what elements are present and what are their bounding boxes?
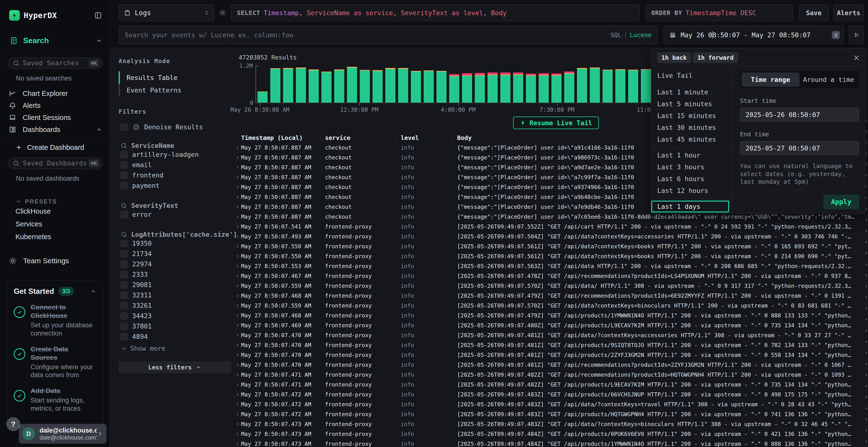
chevron-up-icon[interactable]	[90, 288, 97, 295]
filter-value-4894[interactable]: 4894	[119, 332, 231, 342]
get-started-step[interactable]: Add Data Start sending logs, metrics, or…	[14, 386, 97, 413]
filter-value-29081[interactable]: 29081	[119, 280, 231, 290]
events-histogram[interactable]	[256, 66, 653, 103]
row-expand-icon[interactable]	[231, 264, 241, 269]
histogram-bar[interactable]	[321, 72, 332, 103]
row-expand-icon[interactable]	[231, 342, 241, 348]
row-expand-icon[interactable]	[231, 145, 241, 150]
checkbox[interactable]	[121, 261, 128, 268]
time-preset-last-1-minute[interactable]: Last 1 minute	[651, 86, 733, 98]
histogram-bar[interactable]	[526, 74, 536, 103]
preset-kubernetes[interactable]: Kubernetes	[0, 231, 110, 243]
table-row[interactable]: May 27 8:50:07.553 AMfrontend-proxyinfo[…	[231, 261, 868, 271]
row-expand-icon[interactable]	[231, 402, 241, 407]
filter-value-21734[interactable]: 21734	[119, 248, 231, 259]
row-expand-icon[interactable]	[231, 204, 241, 209]
filter-value-37801[interactable]: 37801	[119, 321, 231, 332]
row-expand-icon[interactable]	[231, 253, 241, 259]
tab-time-range[interactable]: Time range	[741, 72, 800, 87]
preset-services[interactable]: Services	[0, 218, 110, 231]
histogram-bar[interactable]	[347, 67, 357, 103]
checkbox[interactable]	[121, 323, 128, 330]
histogram-bar[interactable]	[424, 70, 434, 103]
chevron-up-icon[interactable]	[96, 127, 102, 133]
filter-value-22974[interactable]: 22974	[119, 259, 231, 269]
table-row[interactable]: May 27 8:50:07.493 AMfrontend-proxyinfo[…	[231, 232, 868, 241]
row-expand-icon[interactable]	[231, 175, 241, 180]
checkbox[interactable]	[121, 182, 128, 189]
row-expand-icon[interactable]	[231, 333, 241, 338]
table-row[interactable]: May 27 8:50:07.470 AMfrontend-proxyinfo[…	[231, 350, 868, 360]
checkbox[interactable]	[121, 151, 128, 158]
time-preset-live-tail[interactable]: Live Tail	[651, 69, 733, 82]
mode-lucene-toggle[interactable]: Lucene	[630, 32, 651, 38]
mode-sql-toggle[interactable]: SQL	[611, 32, 621, 38]
start-time-input[interactable]: 2025-05-26 08:50:07	[740, 108, 859, 122]
time-preset-last-15-minutes[interactable]: Last 15 minutes	[651, 110, 733, 122]
sidebar-item-search[interactable]: Search	[10, 36, 102, 45]
lucene-search-input[interactable]: Search your events w/ Lucene ex. column:…	[119, 26, 657, 44]
table-row[interactable]: May 27 8:50:07.469 AMfrontend-proxyinfo[…	[231, 320, 868, 330]
filter-value-error[interactable]: error	[119, 209, 231, 220]
histogram-bar[interactable]	[628, 70, 638, 103]
histogram-bar[interactable]	[551, 73, 562, 103]
histogram-bar[interactable]	[615, 69, 625, 103]
table-row[interactable]: May 27 8:50:07.468 AMfrontend-proxyinfo[…	[231, 310, 868, 320]
filter-value-frontend[interactable]: frontend	[119, 170, 231, 180]
column-resize-handle[interactable]: ⋮	[447, 135, 457, 141]
row-expand-icon[interactable]	[231, 283, 241, 288]
resume-live-tail-button[interactable]: Resume Live Tail	[513, 116, 599, 129]
create-dashboard-button[interactable]: Create Dashboard	[16, 142, 110, 153]
col-timestamp[interactable]: Timestamp (Local)	[241, 134, 315, 141]
time-preset-last-1-days[interactable]: Last 1 days	[651, 201, 729, 212]
histogram-bar[interactable]	[296, 67, 306, 103]
collapse-sidebar-icon[interactable]	[94, 11, 102, 20]
histogram-bar[interactable]	[513, 72, 523, 103]
histogram-bar[interactable]	[385, 68, 396, 103]
time-preset-last-2-days[interactable]: Last 2 days	[651, 212, 733, 214]
help-button[interactable]: ?	[6, 417, 20, 431]
histogram-bar[interactable]	[257, 92, 268, 103]
table-row[interactable]: May 27 8:50:07.541 AMfrontend-proxyinfo[…	[231, 221, 868, 232]
col-service[interactable]: service	[325, 134, 391, 141]
histogram-bar[interactable]	[411, 71, 421, 103]
table-row[interactable]: May 27 8:50:07.467 AMfrontend-proxyinfo[…	[231, 271, 868, 281]
table-row[interactable]: May 27 8:50:07.473 AMfrontend-proxyinfo[…	[231, 419, 868, 429]
histogram-bar[interactable]	[500, 72, 510, 103]
checkbox[interactable]	[121, 281, 128, 288]
alerts-button[interactable]: Alerts	[833, 4, 864, 21]
column-resize-handle[interactable]: ⋮	[391, 135, 401, 141]
chevron-up-icon[interactable]	[96, 38, 102, 44]
histogram-bar[interactable]	[436, 71, 446, 103]
sidebar-item-dashboards[interactable]: Dashboards	[0, 124, 110, 136]
row-expand-icon[interactable]	[231, 362, 241, 368]
checkbox[interactable]	[121, 271, 128, 278]
filter-value-32311[interactable]: 32311	[119, 290, 231, 300]
saved-dashboards-input[interactable]: Saved Dashboards ⌘K	[8, 158, 103, 169]
time-preset-last-1-hour[interactable]: Last 1 hour	[651, 149, 733, 161]
filter-value-33261[interactable]: 33261	[119, 300, 231, 311]
row-expand-icon[interactable]	[231, 323, 241, 328]
time-preset-last-45-minutes[interactable]: Last 45 minutes	[651, 133, 733, 145]
row-expand-icon[interactable]	[231, 412, 241, 417]
checkbox[interactable]	[121, 333, 128, 340]
checkbox[interactable]	[121, 302, 128, 309]
table-row[interactable]: May 27 8:50:07.559 AMfrontend-proxyinfo[…	[231, 301, 868, 310]
table-row[interactable]: May 27 8:50:07.550 AMfrontend-proxyinfo[…	[231, 251, 868, 261]
histogram-bar[interactable]	[475, 73, 485, 103]
search-icon[interactable]	[121, 202, 127, 209]
row-expand-icon[interactable]	[231, 352, 241, 358]
column-resize-handle-right[interactable]	[866, 119, 867, 447]
denoise-results-checkbox[interactable]: Denoise Results	[119, 123, 231, 131]
sidebar-item-chart-explorer[interactable]: Chart Explorer	[0, 88, 110, 100]
run-search-button[interactable]	[849, 26, 864, 44]
histogram-bar[interactable]	[334, 69, 344, 103]
col-level[interactable]: level	[401, 134, 447, 141]
checkbox[interactable]	[121, 291, 128, 299]
end-time-input[interactable]: 2025-05-27 08:50:07	[740, 141, 859, 155]
time-preset-last-12-hours[interactable]: Last 12 hours	[651, 185, 733, 197]
row-expand-icon[interactable]	[231, 273, 241, 279]
histogram-bar[interactable]	[309, 69, 319, 103]
filter-value-19350[interactable]: 19350	[119, 238, 231, 248]
save-button[interactable]: Save	[799, 4, 829, 21]
